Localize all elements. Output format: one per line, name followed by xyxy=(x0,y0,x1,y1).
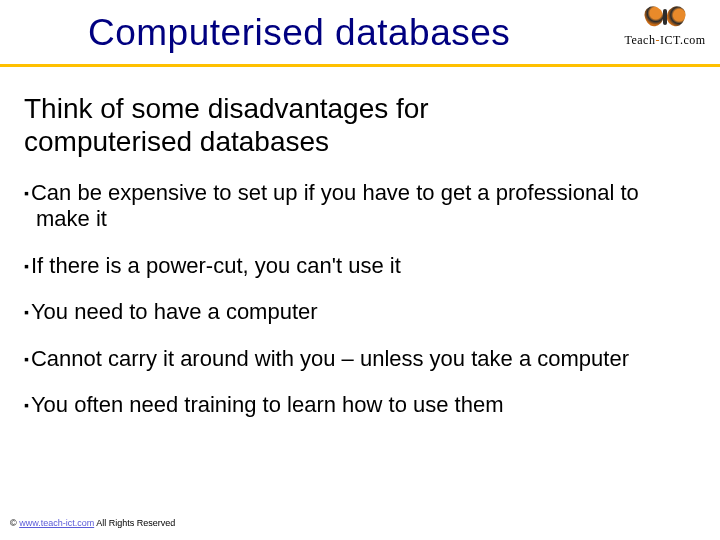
content-area: Think of some disadvantages for computer… xyxy=(0,70,720,418)
butterfly-icon xyxy=(643,4,687,32)
list-item: You need to have a computer xyxy=(24,299,644,325)
list-item: You often need training to learn how to … xyxy=(24,392,644,418)
footer-link[interactable]: www.teach-ict.com xyxy=(19,518,94,528)
footer: © www.teach-ict.com All Rights Reserved xyxy=(10,518,175,528)
header-rule xyxy=(0,64,720,67)
header: Computerised databases Teach-ICT.com xyxy=(0,0,720,70)
brand-logo: Teach-ICT.com xyxy=(620,4,710,50)
list-item: If there is a power-cut, you can't use i… xyxy=(24,253,644,279)
bullet-list: Can be expensive to set up if you have t… xyxy=(24,180,690,418)
list-item: Cannot carry it around with you – unless… xyxy=(24,346,644,372)
list-item: Can be expensive to set up if you have t… xyxy=(24,180,644,233)
brand-logo-text: Teach-ICT.com xyxy=(620,33,710,48)
copyright-symbol: © xyxy=(10,518,17,528)
footer-rights: All Rights Reserved xyxy=(96,518,175,528)
subtitle: Think of some disadvantages for computer… xyxy=(24,92,584,158)
page-title: Computerised databases xyxy=(88,12,510,54)
